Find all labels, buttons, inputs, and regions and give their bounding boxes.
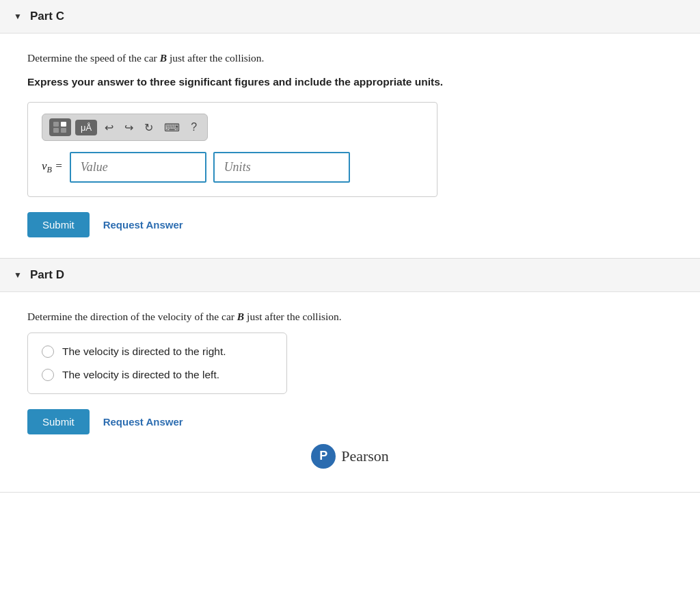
- mu-button[interactable]: μÅ: [75, 120, 97, 135]
- part-d-section: ▼ Part D Determine the direction of the …: [0, 259, 700, 493]
- math-toolbar: μÅ ↩ ↪ ↻ ⌨ ?: [42, 114, 208, 141]
- part-d-request-link[interactable]: Request Answer: [103, 416, 183, 428]
- radio-left-icon[interactable]: [42, 369, 54, 381]
- part-d-header: ▼ Part D: [0, 259, 700, 292]
- part-d-radio-box: The velocity is directed to the right. T…: [27, 332, 287, 394]
- svg-rect-1: [53, 128, 59, 133]
- keyboard-button[interactable]: ⌨: [161, 120, 183, 135]
- part-c-chevron-icon[interactable]: ▼: [14, 12, 22, 22]
- svg-rect-3: [61, 128, 66, 133]
- part-c-section: ▼ Part C Determine the speed of the car …: [0, 0, 700, 259]
- part-c-button-row: Submit Request Answer: [27, 212, 673, 237]
- pearson-footer: P Pearson: [27, 434, 673, 471]
- radio-right-icon[interactable]: [42, 345, 54, 358]
- svg-rect-2: [61, 122, 66, 127]
- value-input[interactable]: [70, 152, 206, 183]
- svg-rect-0: [53, 122, 59, 127]
- part-d-chevron-icon[interactable]: ▼: [14, 270, 22, 281]
- redo-button[interactable]: ↪: [121, 120, 137, 135]
- undo-button[interactable]: ↩: [101, 120, 117, 135]
- part-c-answer-box: μÅ ↩ ↪ ↻ ⌨ ? vB =: [27, 102, 438, 197]
- part-d-body: Determine the direction of the velocity …: [0, 292, 700, 492]
- part-c-question: Determine the speed of the car B just af…: [27, 50, 673, 67]
- pearson-brand-label: Pearson: [341, 447, 389, 465]
- radio-option-left[interactable]: The velocity is directed to the left.: [42, 369, 273, 381]
- pearson-logo-icon: P: [311, 444, 336, 469]
- radio-left-label: The velocity is directed to the left.: [62, 369, 219, 381]
- radio-option-right[interactable]: The velocity is directed to the right.: [42, 345, 273, 358]
- units-input[interactable]: [213, 152, 350, 183]
- part-c-submit-button[interactable]: Submit: [27, 212, 90, 237]
- part-d-submit-button[interactable]: Submit: [27, 409, 90, 434]
- part-c-header: ▼ Part C: [0, 0, 700, 34]
- part-c-instruction: Express your answer to three significant…: [27, 74, 673, 90]
- matrix-icon-button[interactable]: [49, 118, 71, 136]
- radio-right-label: The velocity is directed to the right.: [62, 345, 226, 358]
- reset-button[interactable]: ↻: [141, 120, 157, 135]
- part-d-label: Part D: [30, 268, 64, 282]
- variable-label: vB =: [42, 159, 63, 175]
- part-d-button-row: Submit Request Answer: [27, 409, 673, 434]
- part-c-input-row: vB =: [42, 152, 423, 183]
- part-c-body: Determine the speed of the car B just af…: [0, 34, 700, 258]
- part-d-question: Determine the direction of the velocity …: [27, 309, 673, 326]
- help-button[interactable]: ?: [187, 120, 200, 135]
- part-c-request-link[interactable]: Request Answer: [103, 219, 183, 231]
- part-c-label: Part C: [30, 10, 64, 23]
